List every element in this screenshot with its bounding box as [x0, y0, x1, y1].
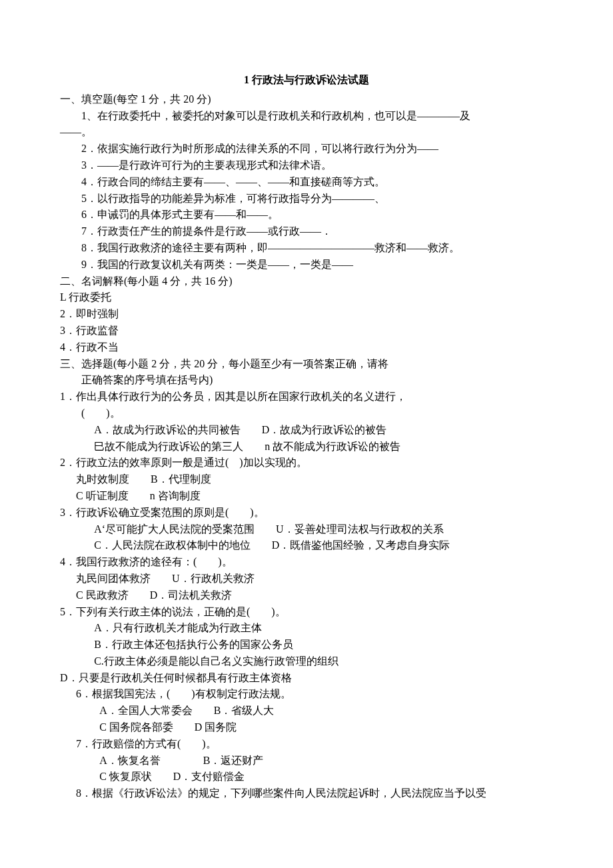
q1-2: 2．依据实施行政行为时所形成的法律关系的不同，可以将行政行为分为——: [60, 141, 553, 157]
q3-1-opts-1: A．故成为行政诉讼的共同被告 D．故成为行政诉讼的被告: [60, 422, 553, 439]
term-2: 2．即时强制: [60, 306, 553, 323]
q3-8-stem: 8．根据《行政诉讼法》的规定，下列哪些案件向人民法院起诉时，人民法院应当予以受: [60, 785, 553, 802]
q3-1-blank: ( )。: [60, 405, 553, 422]
q3-5-stem: 5．下列有关行政主体的说法，正确的是( )。: [60, 604, 553, 621]
q1-7: 7．行政责任产生的前提条件是行政——或行政——．: [60, 223, 553, 240]
q3-1-opts-2: 巳故不能成为行政诉讼的第三人 n 故不能成为行政诉讼的被告: [60, 439, 553, 455]
page-container: { "title": "1 行政法与行政诉讼法试题", "s1_heading"…: [0, 0, 613, 868]
q3-4-opts-2: C 民政救济 D．司法机关救济: [60, 587, 553, 604]
q3-6-opts-2: C 国务院各部委 D 国务院: [60, 719, 553, 736]
document-title: 1 行政法与行政诉讼法试题: [60, 72, 553, 89]
q1-9: 9．我国的行政复议机关有两类：一类是——，一类是——: [60, 257, 553, 273]
q1-6: 6．申诫罚的具体形式主要有——和——。: [60, 207, 553, 223]
q3-3-opts-1: A‘尽可能扩大人民法院的受案范围 U．妥善处理司法权与行政权的关系: [60, 521, 553, 538]
q1-3: 3．——是行政许可行为的主要表现形式和法律术语。: [60, 157, 553, 174]
q1-1-line2: ——。: [60, 124, 553, 141]
q3-2-opts-1: 丸时效制度 B．代理制度: [60, 471, 553, 488]
q3-3-opts-2: C．人民法院在政权体制中的地位 D．既借鉴他国经验，又考虑自身实际: [60, 537, 553, 554]
section-1-heading: 一、填空题(每空 1 分，共 20 分): [60, 91, 553, 108]
q1-1-line1: 1、在行政委托中，被委托的对象可以是行政机关和行政机构，也可以是————及: [60, 108, 553, 125]
q3-5-opt-b: B．行政主体还包括执行公务的国家公务员: [60, 637, 553, 653]
q3-6-stem: 6．根据我国宪法，( )有权制定行政法规。: [60, 686, 553, 703]
q3-5-opt-d: D．只要是行政机关任何时候都具有行政主体资格: [60, 670, 553, 687]
q3-6-opts-1: A．全国人大常委会 B．省级人大: [60, 703, 553, 719]
q3-1-stem: 1．作出具体行政行为的公务员，因其是以所在国家行政机关的名义进行，: [60, 389, 553, 405]
q3-4-stem: 4．我国行政救济的途径有：( )。: [60, 554, 553, 571]
section-3-heading-line2: 正确答案的序号填在括号内): [60, 372, 553, 389]
term-4: 4．行政不当: [60, 339, 553, 356]
q1-5: 5．以行政指导的功能差异为标准，可将行政指导分为————、: [60, 191, 553, 207]
q3-3-stem: 3．行政诉讼确立受案范围的原则是( )。: [60, 505, 553, 521]
q3-7-opts-2: C 恢复原状 D．支付赔偿金: [60, 769, 553, 785]
q3-5-opt-a: A．只有行政机关才能成为行政主体: [60, 620, 553, 637]
term-1: L 行政委托: [60, 289, 553, 306]
q3-2-stem: 2．行政立法的效率原则一般是通过( )加以实现的。: [60, 455, 553, 471]
q3-7-stem: 7．行政赔偿的方式有( )。: [60, 736, 553, 753]
section-2-heading: 二、名词解释(每小题 4 分，共 16 分): [60, 273, 553, 290]
q3-2-opts-2: C 听证制度 n 咨询制度: [60, 488, 553, 505]
term-3: 3．行政监督: [60, 323, 553, 339]
q1-4: 4．行政合同的缔结主要有——、——、——和直接磋商等方式。: [60, 174, 553, 191]
q3-7-opts-1: A．恢复名誉 B．返还财产: [60, 753, 553, 769]
q3-5-opt-c: C.行政主体必须是能以自己名义实施行政管理的组织: [60, 653, 553, 670]
section-3-heading-line1: 三、选择题(每小题 2 分，共 20 分，每小题至少有一项答案正确，请将: [60, 356, 553, 373]
q1-8: 8．我国行政救济的途径主要有两种，即——————————救济和——救济。: [60, 240, 553, 257]
q3-4-opts-1: 丸民间团体救济 U．行政机关救济: [60, 571, 553, 587]
